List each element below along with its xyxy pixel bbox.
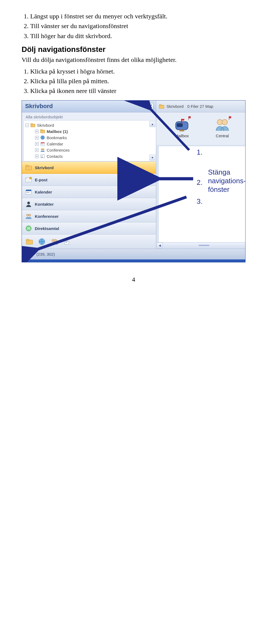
svg-rect-18: [26, 190, 31, 191]
svg-rect-41: [179, 130, 184, 131]
hide-item-1: Klicka på krysset i högra hörnet.: [30, 67, 246, 76]
svg-rect-33: [65, 241, 68, 242]
tree-item-label: Calendar: [47, 142, 63, 146]
stack-label: Direktsamtal: [35, 226, 59, 231]
desktop-icons: Mailbox Central: [156, 112, 245, 145]
scroll-track[interactable]: [163, 244, 245, 247]
svg-rect-40: [181, 119, 184, 121]
svg-text:33: 33: [27, 227, 30, 230]
folder-icon[interactable]: [26, 238, 33, 245]
tree-expand-icon[interactable]: +: [35, 142, 39, 146]
stack-label: Kontakter: [35, 202, 54, 206]
panel-toggle-icon: [26, 252, 31, 256]
nav-iconbar: [22, 235, 156, 249]
document-icon[interactable]: [63, 238, 70, 245]
section-heading: Dölj navigationsfönster: [22, 45, 246, 54]
svg-rect-19: [27, 192, 28, 193]
tree-item-label: Contacts: [47, 154, 63, 159]
mailbox-icon: [40, 129, 45, 134]
tree-root[interactable]: − Skrivbord: [25, 122, 156, 128]
tree-item-calendar[interactable]: + Calendar: [25, 141, 156, 147]
svg-point-21: [27, 202, 30, 204]
svg-rect-27: [26, 239, 29, 241]
content-status: 0 Filer 27 Мар: [187, 104, 213, 109]
stack-item-konferenser[interactable]: Konferenser: [22, 210, 156, 222]
flag-icon: [188, 116, 191, 120]
svg-rect-38: [177, 123, 183, 127]
svg-rect-44: [199, 245, 209, 246]
svg-rect-34: [65, 242, 67, 243]
mailbox-icon: [174, 117, 190, 132]
hide-item-3: Klicka på ikonen nere till vänster: [30, 86, 246, 95]
svg-rect-6: [41, 142, 45, 143]
tree-item-conferences[interactable]: + Conferences: [25, 147, 156, 153]
tree-item-label: Bookmarks: [47, 135, 67, 140]
hide-item-2: Klicka på lilla pilen på mitten.: [30, 77, 246, 85]
stack-item-direktsamtal[interactable]: 33 Direktsamtal: [22, 222, 156, 235]
folder-icon: [25, 164, 32, 171]
desktop-item-mailbox[interactable]: Mailbox: [170, 117, 194, 145]
tree-expand-icon[interactable]: +: [35, 148, 39, 152]
tree-expand-icon[interactable]: +: [35, 130, 39, 133]
stack-item-skrivbord[interactable]: Skrivbord: [22, 162, 156, 174]
svg-point-43: [222, 119, 227, 125]
tree-item-label: Conferences: [47, 148, 70, 152]
folder-icon: [30, 123, 35, 127]
folder-icon: [159, 104, 164, 109]
people-icon[interactable]: [50, 238, 58, 245]
tree-collapse-icon[interactable]: −: [25, 124, 29, 127]
svg-rect-36: [159, 105, 161, 106]
flag-icon: [229, 116, 232, 120]
status-coords: (239, 302): [36, 252, 55, 256]
nav-toggle-button[interactable]: [25, 251, 33, 258]
stack-label: Konferenser: [35, 214, 59, 219]
svg-point-9: [41, 149, 43, 150]
intro-item-1: Längst upp i fönstret ser du menyer och …: [30, 12, 246, 21]
stack-item-kontakter[interactable]: Kontakter: [22, 198, 156, 210]
intro-item-2: Till vänster ser du navigationsfönstret: [30, 22, 246, 30]
intro-item-3: Till höger har du ditt skrivbord.: [30, 32, 246, 40]
svg-point-10: [43, 149, 44, 150]
nav-title: Skrivbord: [25, 103, 53, 110]
nav-header: Skrivbord: [22, 101, 156, 112]
svg-point-16: [29, 177, 32, 179]
status-bar: (239, 302): [22, 249, 245, 259]
tree-item-label: Mailbox (1): [47, 129, 68, 134]
globe-icon[interactable]: [38, 238, 46, 245]
desktop-item-label: Mailbox: [170, 134, 194, 138]
people-icon: [214, 117, 230, 132]
tree-item-bookmarks[interactable]: + Bookmarks: [25, 135, 156, 141]
svg-rect-7: [41, 144, 42, 144]
svg-point-12: [42, 155, 43, 156]
content-pane: Skrivbord 0 Filer 27 Мар Mailbox: [156, 101, 245, 249]
chevron-up-icon: ▲: [151, 122, 154, 126]
people-icon: [25, 213, 32, 219]
screenshot: Skrivbord Alla skrivbordsobjekt ▲ −: [22, 100, 246, 262]
hide-list: Klicka på krysset i högra hörnet. Klicka…: [22, 67, 246, 95]
stack-label: E-post: [35, 178, 47, 182]
nav-close-button[interactable]: [147, 103, 154, 109]
tree-item-mailbox[interactable]: + Mailbox (1): [25, 128, 156, 135]
svg-point-30: [54, 239, 57, 242]
tree-item-contacts[interactable]: + Contacts: [25, 153, 156, 159]
scroll-grip-icon: [199, 244, 209, 247]
svg-rect-8: [42, 144, 43, 144]
tree-expand-icon[interactable]: +: [35, 155, 39, 158]
nav-stack: Skrivbord E-post: [22, 161, 156, 235]
svg-rect-45: [26, 252, 28, 256]
svg-point-22: [26, 214, 29, 216]
stack-item-kalender[interactable]: Kalender: [22, 186, 156, 198]
desktop-item-central[interactable]: Central: [210, 117, 234, 145]
svg-point-42: [217, 119, 223, 125]
stack-label: Skrivbord: [35, 165, 54, 170]
tree-expand-icon[interactable]: +: [35, 136, 39, 139]
tree-scroll-up[interactable]: ▲: [149, 121, 155, 127]
nav-tree: ▲ − Skrivbord +: [23, 120, 156, 161]
tree-scroll-down[interactable]: ▼: [149, 155, 155, 161]
scroll-left-button[interactable]: ◀: [157, 242, 163, 248]
calendar-icon: [40, 142, 45, 146]
tree-root-label: Skrivbord: [37, 123, 54, 128]
content-hscrollbar[interactable]: ◀: [156, 242, 245, 249]
stack-item-epost[interactable]: E-post: [22, 174, 156, 186]
svg-rect-1: [31, 124, 33, 125]
